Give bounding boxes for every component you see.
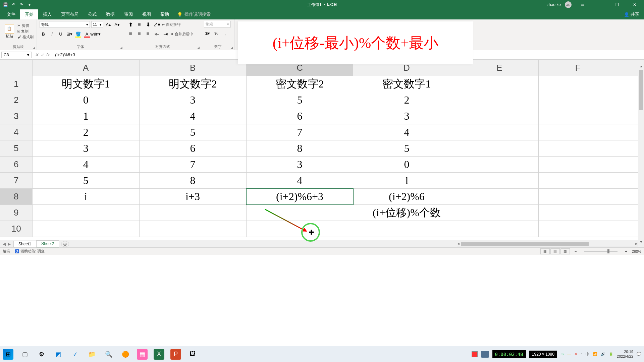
enter-formula-icon[interactable]: ✓ [41, 52, 44, 57]
cancel-formula-icon[interactable]: ✕ [35, 52, 39, 57]
save-icon[interactable]: 💾 [3, 2, 8, 7]
percent-icon[interactable]: % [213, 29, 220, 37]
select-all-corner[interactable] [0, 60, 33, 76]
cell-A1[interactable]: 明文数字1 [32, 76, 139, 92]
format-painter-button[interactable]: 🖌格式刷 [17, 35, 34, 40]
cell-B5[interactable]: 6 [139, 140, 246, 157]
powerpoint-icon[interactable]: P [170, 349, 181, 360]
explorer-icon[interactable]: 📁 [87, 349, 97, 360]
cell-D8[interactable]: (i+2)%6 [353, 189, 460, 205]
cell-A6[interactable]: 4 [32, 157, 139, 173]
cell-C3[interactable]: 6 [246, 108, 353, 124]
align-top-icon[interactable]: ⬆ [127, 21, 134, 28]
currency-icon[interactable]: $▾ [204, 29, 211, 37]
increase-font-icon[interactable]: A▴ [105, 21, 112, 28]
fill-color-button[interactable]: 🪣 [74, 30, 82, 38]
row-header-7[interactable]: 7 [0, 173, 33, 189]
alignment-launcher-icon[interactable]: ◢ [197, 46, 200, 49]
sheet-nav-prev-icon[interactable]: ◀ [3, 242, 6, 246]
zoom-in-icon[interactable]: + [625, 249, 627, 253]
decrease-indent-icon[interactable]: ⇤ [153, 30, 160, 38]
system-clock[interactable]: 20:19 2022/4/22 [617, 350, 633, 358]
qat-dropdown-icon[interactable]: ▾ [27, 2, 32, 7]
hscroll-thumb[interactable] [461, 242, 589, 246]
insert-function-icon[interactable]: fx [46, 52, 50, 57]
align-left-icon[interactable]: ≡ [127, 30, 134, 38]
cell-B1[interactable]: 明文数字2 [139, 76, 246, 92]
scroll-left-icon[interactable]: ◀ [457, 242, 460, 245]
redo-icon[interactable]: ↷ [19, 2, 24, 7]
border-button[interactable]: ⊞▾ [66, 30, 73, 38]
tray-control-2-icon[interactable]: — [567, 352, 571, 356]
tray-control-1-icon[interactable]: ▭ [560, 352, 564, 356]
tell-me-search[interactable]: 💡 操作说明搜索 [174, 9, 214, 19]
todo-icon[interactable]: ✓ [70, 349, 80, 360]
cell-A2[interactable]: 0 [32, 92, 139, 108]
cell-D7[interactable]: 1 [353, 173, 460, 189]
cell-E1[interactable] [460, 76, 539, 92]
decrease-font-icon[interactable]: A▾ [113, 21, 121, 28]
share-button[interactable]: 👤 共享 [619, 9, 644, 19]
sheet-tab-1[interactable]: Sheet1 [13, 241, 36, 247]
cut-button[interactable]: ✂剪切 [17, 23, 34, 28]
underline-button[interactable]: U [57, 30, 64, 38]
cell-B3[interactable]: 4 [139, 108, 246, 124]
volume-icon[interactable]: 🔊 [601, 352, 605, 356]
font-launcher-icon[interactable]: ◢ [120, 46, 122, 49]
cell-C6[interactable]: 3 [246, 157, 353, 173]
tab-insert[interactable]: 插入 [38, 9, 56, 19]
battery-icon[interactable]: 🔋 [609, 352, 613, 356]
tab-file[interactable]: 文件 [2, 9, 20, 19]
browser-icon[interactable]: 🟠 [120, 349, 131, 360]
spreadsheet-grid[interactable]: A B C D E F 1明文数字1明文数字2密文数字2密文数字1 20352 … [0, 60, 644, 237]
view-normal-icon[interactable]: ▦ [540, 248, 550, 254]
record-indicator-icon[interactable] [472, 351, 478, 357]
row-header-4[interactable]: 4 [0, 124, 33, 140]
font-size-combo[interactable]: 11▾ [91, 21, 103, 28]
cell-B6[interactable]: 7 [139, 157, 246, 173]
vertical-scrollbar[interactable]: ▲ ▼ [638, 64, 644, 245]
sheet-nav-next-icon[interactable]: ▶ [8, 242, 11, 246]
number-format-combo[interactable]: 常规▾ [204, 21, 231, 27]
cell-D6[interactable]: 0 [353, 157, 460, 173]
ribbon-display-icon[interactable]: ▭ [576, 0, 589, 9]
clipboard-launcher-icon[interactable]: ◢ [33, 46, 35, 49]
cell-F1[interactable] [539, 76, 617, 92]
scroll-thumb[interactable] [639, 70, 643, 110]
number-launcher-icon[interactable]: ◢ [231, 46, 233, 49]
row-header-10[interactable]: 10 [0, 221, 33, 237]
start-button[interactable]: ⊞ [3, 349, 13, 360]
paste-button[interactable]: 📋 粘贴 [3, 21, 16, 42]
cell-D1[interactable]: 密文数字1 [353, 76, 460, 92]
cell-A4[interactable]: 2 [32, 124, 139, 140]
task-view-icon[interactable]: ▢ [19, 349, 30, 360]
cell-B7[interactable]: 8 [139, 173, 246, 189]
scroll-down-icon[interactable]: ▼ [638, 240, 644, 245]
cell-C5[interactable]: 8 [246, 140, 353, 157]
tab-formulas[interactable]: 公式 [83, 9, 101, 19]
cell-A3[interactable]: 1 [32, 108, 139, 124]
cell-A5[interactable]: 3 [32, 140, 139, 157]
wrap-text-button[interactable]: ↩自动换行 [162, 22, 181, 27]
zoom-slider[interactable] [584, 251, 618, 252]
cell-A7[interactable]: 5 [32, 173, 139, 189]
maximize-icon[interactable]: ❐ [610, 0, 624, 9]
sheet-tab-2[interactable]: Sheet2 [36, 240, 59, 247]
scroll-up-icon[interactable]: ▲ [638, 64, 644, 69]
increase-indent-icon[interactable]: ⇥ [162, 30, 169, 38]
align-center-icon[interactable]: ≡ [136, 30, 143, 38]
cell-D4[interactable]: 4 [353, 124, 460, 140]
zoom-out-icon[interactable]: − [575, 249, 577, 253]
comma-icon[interactable]: , [221, 29, 229, 37]
user-avatar[interactable]: ZK [565, 1, 572, 8]
tray-close-icon[interactable]: ✕ [574, 352, 577, 356]
row-header-8[interactable]: 8 [0, 189, 33, 205]
orientation-icon[interactable]: ⤢▾ [153, 21, 160, 28]
scroll-right-icon[interactable]: ▶ [635, 242, 638, 245]
copy-button[interactable]: ⎘复制 [17, 29, 34, 34]
cell-B2[interactable]: 3 [139, 92, 246, 108]
status-accessibility[interactable]: ♿ 辅助功能: 调查 [15, 249, 45, 254]
row-header-1[interactable]: 1 [0, 76, 33, 92]
name-box[interactable]: C8▾ [1, 52, 32, 58]
tray-chevron-icon[interactable]: ^ [581, 352, 582, 356]
